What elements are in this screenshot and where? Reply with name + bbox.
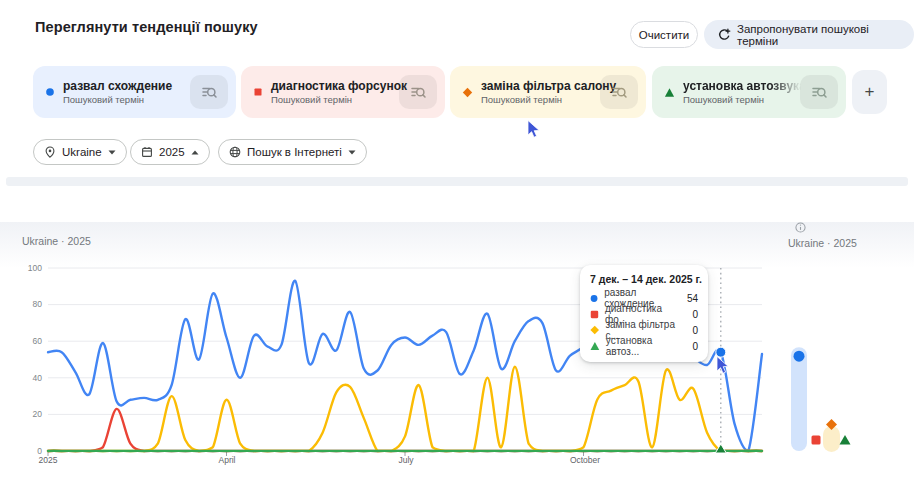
green-triangle-marker-icon (590, 341, 600, 351)
blue-circle-marker-icon (590, 294, 598, 303)
yellow-diamond-marker-icon (590, 325, 599, 335)
chart-tooltip: 7 дек. – 14 дек. 2025 г. развал схождени… (580, 265, 708, 362)
tooltip-row: установка автоз... 0 (590, 338, 698, 354)
google-trends-explore-page: Переглянути тенденції пошуку Очистити За… (0, 0, 914, 478)
tooltip-row-value: 0 (692, 341, 698, 352)
tooltip-row-value: 0 (692, 309, 698, 320)
tooltip-row-label: установка автоз... (606, 335, 687, 357)
interest-over-time-chart[interactable] (0, 0, 914, 478)
tooltip-row-value: 0 (692, 325, 698, 336)
tooltip-date-range: 7 дек. – 14 дек. 2025 г. (590, 273, 698, 285)
tooltip-row-value: 54 (687, 293, 698, 304)
red-square-marker-icon (590, 310, 599, 319)
